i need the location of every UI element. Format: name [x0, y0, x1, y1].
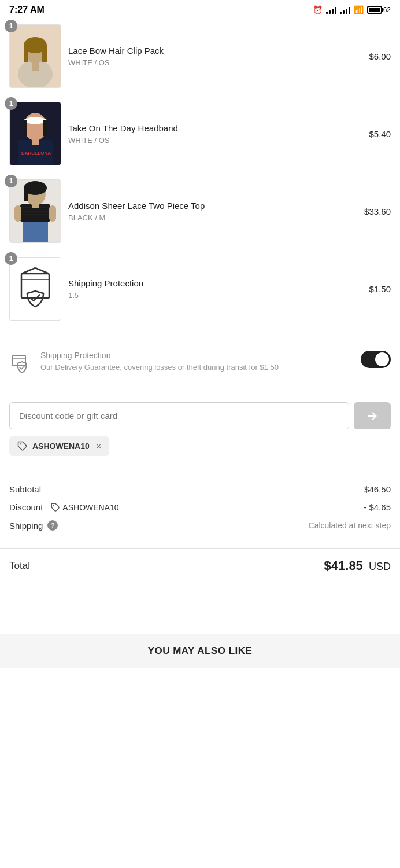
discount-section: ASHOWENA10 ×	[0, 393, 400, 465]
item-details-4: Shipping Protection 1.5	[68, 278, 362, 300]
cart-item-2: 1 BARCELONA Take On The Day Headband WHI…	[0, 95, 400, 172]
subtotal-value: $46.50	[364, 484, 391, 494]
applied-coupon-tag: ASHOWENA10 ×	[9, 436, 109, 456]
alarm-icon: ⏰	[313, 5, 323, 14]
subtotal-label: Subtotal	[9, 484, 41, 494]
discount-input-row	[9, 402, 391, 429]
divider-2	[9, 470, 391, 470]
toggle-knob	[375, 352, 389, 366]
shipping-help-icon[interactable]: ?	[47, 520, 58, 531]
tag-icon	[17, 441, 28, 451]
item-image-wrapper-2: 1 BARCELONA	[9, 102, 61, 165]
item-price-1: $6.00	[369, 52, 391, 61]
shipping-protection-title: Shipping Protection	[40, 351, 353, 360]
item-image-wrapper-4: 1	[9, 257, 61, 321]
item-variant-4: 1.5	[68, 291, 362, 300]
svg-text:BARCELONA: BARCELONA	[21, 150, 51, 156]
delivery-guarantee-icon	[9, 351, 32, 374]
item-name-4: Shipping Protection	[68, 278, 362, 289]
item-image-wrapper-1: 1	[9, 24, 61, 88]
shipping-protection-section: Shipping Protection Our Delivery Guarant…	[0, 341, 400, 383]
shipping-protection-product-image	[10, 258, 61, 320]
svg-rect-25	[24, 188, 28, 201]
svg-rect-21	[49, 205, 56, 222]
svg-point-33	[20, 443, 21, 444]
discount-input[interactable]	[9, 402, 349, 429]
item-variant-2: WHITE / OS	[68, 136, 362, 145]
svg-point-34	[53, 505, 54, 506]
item-price-2: $5.40	[369, 129, 391, 139]
item-image-3	[9, 179, 61, 243]
remove-coupon-button[interactable]: ×	[97, 442, 101, 451]
status-time: 7:27 AM	[9, 5, 45, 15]
item-variant-3: BLACK / M	[68, 214, 357, 222]
item-name-2: Take On The Day Headband	[68, 123, 362, 134]
arrow-right-icon	[366, 410, 379, 422]
you-may-also-like-title: YOU MAY ALSO LIKE	[9, 645, 391, 657]
wifi-icon: 📶	[354, 5, 364, 14]
item-price-4: $1.50	[369, 284, 391, 294]
battery-indicator: 62	[367, 6, 391, 14]
cart-item-4: 1 Shipping Protection 1.5 $1.50	[0, 250, 400, 328]
discount-label: Discount ASHOWENA10	[9, 502, 119, 512]
shipping-protection-toggle[interactable]	[361, 351, 391, 368]
item-image-2: BARCELONA	[9, 102, 61, 165]
discount-submit-button[interactable]	[354, 402, 391, 429]
svg-rect-12	[24, 120, 27, 136]
hair-clip-product-image	[10, 25, 61, 87]
cart-item-3: 1	[0, 172, 400, 250]
discount-tag-icon	[51, 503, 60, 512]
item-badge-1: 1	[5, 20, 17, 32]
total-value: $41.85 USD	[324, 558, 391, 573]
applied-coupon-code: ASHOWENA10	[32, 442, 90, 451]
shipping-protection-description: Our Delivery Guarantee, covering losses …	[40, 362, 353, 373]
discount-row: Discount ASHOWENA10 - $4.65	[9, 502, 391, 512]
status-icons: ⏰ 📶 62	[313, 5, 391, 14]
shipping-value: Calculated at next step	[309, 521, 391, 530]
item-details-3: Addison Sheer Lace Two Piece Top BLACK /…	[68, 200, 357, 223]
order-summary: Subtotal $46.50 Discount ASHOWENA10 - $4…	[0, 475, 400, 548]
shipping-protection-content: Shipping Protection Our Delivery Guarant…	[40, 351, 353, 373]
svg-rect-5	[24, 45, 28, 62]
total-label: Total	[9, 560, 30, 572]
item-name-3: Addison Sheer Lace Two Piece Top	[68, 200, 357, 212]
status-bar: 7:27 AM ⏰ 📶 62	[0, 0, 400, 17]
item-badge-2: 1	[5, 97, 17, 110]
spacer	[0, 583, 400, 629]
signal-icon-1	[326, 6, 336, 14]
cart-item-1: 1 Lace Bow Hair Clip Pack WHITE / OS $6.…	[0, 17, 400, 95]
total-section: Total $41.85 USD	[0, 549, 400, 583]
item-details-2: Take On The Day Headband WHITE / OS	[68, 123, 362, 145]
item-name-1: Lace Bow Hair Clip Pack	[68, 45, 362, 57]
item-variant-1: WHITE / OS	[68, 58, 362, 67]
svg-rect-26	[10, 258, 61, 320]
you-may-also-like-section: YOU MAY ALSO LIKE	[0, 634, 400, 668]
headband-product-image: BARCELONA	[10, 102, 61, 165]
divider-1	[9, 388, 391, 388]
item-details-1: Lace Bow Hair Clip Pack WHITE / OS	[68, 45, 362, 68]
item-price-3: $33.60	[364, 207, 391, 216]
battery-level: 62	[383, 6, 391, 14]
discount-code-label: ASHOWENA10	[62, 503, 118, 512]
shipping-row: Shipping ? Calculated at next step	[9, 520, 391, 531]
item-badge-3: 1	[5, 175, 17, 187]
svg-rect-13	[43, 120, 47, 136]
svg-rect-6	[42, 45, 47, 62]
item-image-4	[9, 257, 61, 321]
discount-code-tag: ASHOWENA10	[51, 503, 118, 512]
item-image-wrapper-3: 1	[9, 179, 61, 243]
coupon-tag-icon	[17, 441, 28, 451]
shipping-label: Shipping ?	[9, 520, 58, 531]
shipping-protection-icon	[9, 351, 32, 374]
discount-value: - $4.65	[364, 502, 391, 512]
item-badge-4: 1	[5, 252, 17, 265]
item-image-1	[9, 24, 61, 88]
lace-top-product-image	[10, 180, 61, 242]
svg-rect-20	[14, 205, 21, 222]
signal-icon-2	[340, 6, 350, 14]
svg-rect-31	[13, 355, 25, 366]
subtotal-row: Subtotal $46.50	[9, 484, 391, 494]
